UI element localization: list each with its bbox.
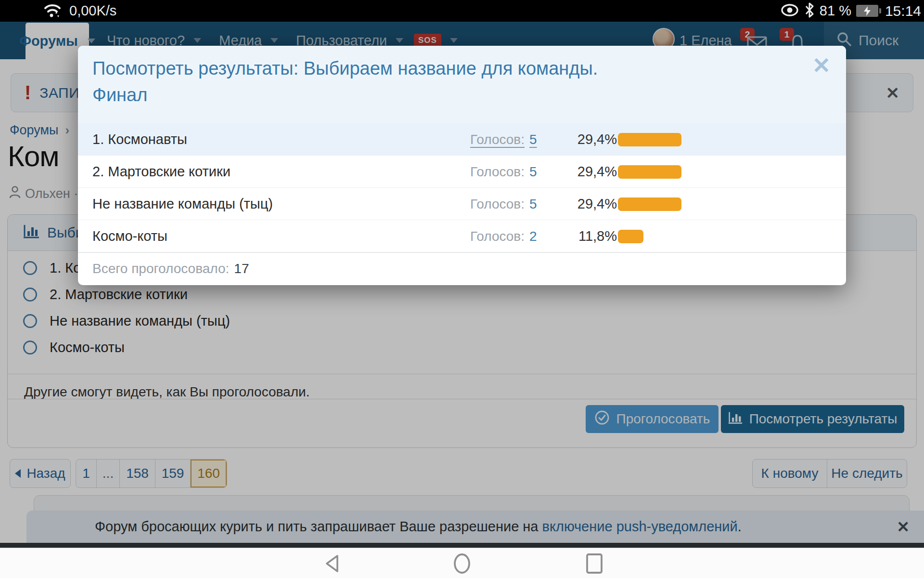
clock: 15:14 (885, 3, 921, 19)
result-option-label: 1. Космонавты (92, 123, 187, 156)
home-circle-icon (452, 552, 472, 575)
total-votes-label: Всего проголосовало: (92, 261, 229, 276)
poll-results-modal: Посмотреть результаты: Выбираем название… (78, 46, 846, 285)
bluetooth-icon (804, 2, 815, 20)
modal-title-line1: Посмотреть результаты: Выбираем название… (92, 55, 803, 82)
result-row: 2. Мартовские котики Голосов: 5 29,4% (78, 156, 846, 188)
battery-charging-icon (856, 5, 878, 17)
votes-label: Голосов: (470, 164, 525, 180)
percent-value: 29,4% (533, 156, 617, 188)
modal-footer: Всего проголосовало: 17 (78, 252, 846, 284)
result-option-label: Космо-коты (92, 220, 167, 252)
votes-label: Голосов: (470, 132, 525, 147)
modal-header: Посмотреть результаты: Выбираем название… (78, 46, 846, 123)
back-triangle-icon (324, 554, 340, 573)
modal-close-icon[interactable]: ✕ (812, 54, 831, 77)
votes-link[interactable]: Голосов: 5 (470, 123, 537, 156)
result-row: 1. Космонавты Голосов: 5 29,4% (78, 123, 846, 156)
network-speed: 0,00K/s (69, 3, 116, 19)
recents-square-icon (586, 553, 603, 574)
result-bar (618, 197, 681, 211)
result-row: Космо-коты Голосов: 2 11,8% (78, 220, 846, 252)
modal-title: Посмотреть результаты: Выбираем название… (92, 55, 803, 108)
android-recents-button[interactable] (580, 548, 609, 578)
android-status-bar: 0,00K/s 81 % 15:14 (0, 0, 924, 22)
votes-label: Голосов: (470, 197, 525, 212)
wifi-icon (42, 2, 63, 20)
result-bar (618, 230, 643, 243)
votes-link[interactable]: Голосов: 2 (470, 220, 537, 252)
result-bar (618, 165, 681, 179)
votes-label: Голосов: (470, 229, 525, 244)
percent-value: 29,4% (533, 123, 617, 156)
modal-title-line2: Финал (92, 82, 803, 108)
result-row: Не название команды (тыц) Голосов: 5 29,… (78, 188, 846, 220)
percent-value: 29,4% (533, 188, 617, 220)
eye-icon (780, 3, 799, 19)
total-votes-count: 17 (234, 261, 249, 276)
result-option-label: 2. Мартовские котики (92, 156, 231, 188)
result-bar (618, 133, 681, 146)
android-back-button[interactable] (318, 548, 346, 578)
battery-percent: 81 % (820, 3, 851, 19)
android-home-button[interactable] (448, 548, 476, 578)
votes-link[interactable]: Голосов: 5 (470, 188, 537, 220)
android-navigation-bar (0, 548, 924, 578)
votes-link[interactable]: Голосов: 5 (470, 156, 537, 188)
percent-value: 11,8% (533, 220, 617, 252)
result-option-label: Не название команды (тыц) (92, 188, 273, 220)
